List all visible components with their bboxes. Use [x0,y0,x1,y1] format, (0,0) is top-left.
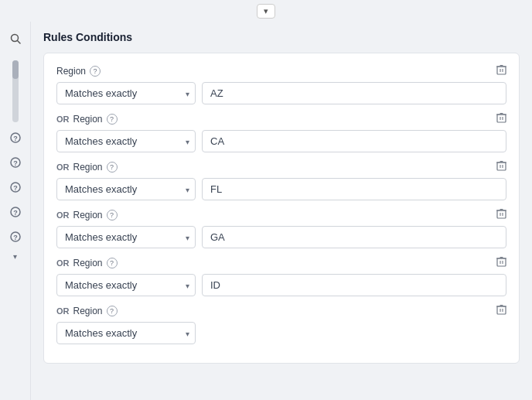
main-content: Rules Conditions Region ? [31,22,532,400]
or-label-4: OR [56,210,70,220]
condition-header-3: OR Region ? [56,160,506,173]
delete-button-2[interactable] [496,112,506,125]
svg-rect-32 [497,258,506,266]
condition-header-1: Region ? [56,64,506,77]
help-icon-1[interactable]: ? [90,66,101,77]
help-icon-2[interactable]: ? [107,114,118,125]
label-group-3: OR Region ? [56,162,118,173]
inputs-1: Matches exactly Contains Starts with End… [56,82,506,104]
value-input-1[interactable] [202,82,506,104]
svg-rect-37 [497,306,506,314]
inputs-5: Matches exactly Contains Starts with End… [56,274,506,296]
condition-row-1: Region ? [56,64,506,104]
delete-button-5[interactable] [496,256,506,269]
match-select-1[interactable]: Matches exactly Contains Starts with End… [56,82,196,104]
partial-select-wrapper-6: Matches exactly Contains Starts with End… [56,322,196,344]
condition-row-6: OR Region ? [56,304,506,344]
region-label-6: Region [73,306,103,316]
label-group-1: Region ? [56,66,101,77]
region-label-5: Region [73,258,103,268]
value-input-4[interactable] [202,226,506,248]
match-select-wrapper-1: Matches exactly Contains Starts with End… [56,82,196,104]
svg-rect-22 [497,162,506,170]
svg-line-1 [17,41,20,44]
match-select-3[interactable]: Matches exactly Contains Starts with End… [56,178,196,200]
match-select-2[interactable]: Matches exactly Contains Starts with End… [56,130,196,152]
svg-text:?: ? [13,135,18,142]
match-select-wrapper-5: Matches exactly Contains Starts with End… [56,274,196,296]
match-select-5[interactable]: Matches exactly Contains Starts with End… [56,274,196,296]
inputs-4: Matches exactly Contains Starts with End… [56,226,506,248]
sidebar-icon-2[interactable]: ? [5,152,26,173]
help-icon-3[interactable]: ? [107,162,118,173]
svg-text:?: ? [13,159,18,167]
condition-row-5: OR Region ? [56,256,506,296]
sidebar-icon-3[interactable]: ? [5,176,26,198]
value-input-5[interactable] [202,274,506,296]
value-input-2[interactable] [202,130,506,152]
help-icon-6[interactable]: ? [107,306,118,316]
or-label-6: OR [56,306,70,316]
value-input-3[interactable] [202,178,506,200]
or-label-2: OR [56,115,70,124]
region-label-4: Region [73,210,103,221]
scroll-track[interactable] [12,60,19,122]
condition-row-4: OR Region ? [56,208,506,248]
delete-button-1[interactable] [496,64,506,77]
condition-row-3: OR Region ? [56,160,506,200]
partial-inputs-6: Matches exactly Contains Starts with End… [56,322,506,344]
delete-button-3[interactable] [496,160,506,173]
help-icon-5[interactable]: ? [107,258,118,268]
rules-container: Region ? [43,53,520,364]
match-select-4[interactable]: Matches exactly Contains Starts with End… [56,226,196,248]
condition-header-4: OR Region ? [56,208,506,221]
condition-row-2: OR Region ? [56,112,506,152]
scroll-thumb[interactable] [12,60,19,79]
sidebar: ? ? ? ? ? ▾ [0,22,31,400]
match-select-wrapper-3: Matches exactly Contains Starts with End… [56,178,196,200]
region-label-3: Region [73,162,103,173]
label-group-5: OR Region ? [56,258,118,268]
condition-header-5: OR Region ? [56,256,506,269]
sidebar-icon-5[interactable]: ? [5,226,26,248]
region-label-2: Region [73,114,103,125]
match-select-wrapper-2: Matches exactly Contains Starts with End… [56,130,196,152]
label-group-6: OR Region ? [56,306,118,316]
help-icon-4[interactable]: ? [107,210,118,221]
section-title: Rules Conditions [43,31,520,43]
delete-button-6[interactable] [496,304,506,317]
delete-button-4[interactable] [496,208,506,221]
search-icon[interactable] [5,28,26,50]
condition-header-6: OR Region ? [56,304,506,317]
svg-rect-27 [497,210,506,218]
scroll-down-arrow[interactable]: ▾ [12,251,19,262]
inputs-2: Matches exactly Contains Starts with End… [56,130,506,152]
condition-header-2: OR Region ? [56,112,506,125]
svg-rect-17 [497,115,506,122]
sidebar-icon-1[interactable]: ? [5,127,26,149]
label-group-2: OR Region ? [56,114,118,125]
svg-text:?: ? [13,234,18,241]
svg-text:?: ? [13,184,18,192]
inputs-3: Matches exactly Contains Starts with End… [56,178,506,200]
svg-rect-12 [497,67,506,74]
partial-match-select-6[interactable]: Matches exactly Contains Starts with End… [56,322,196,344]
sidebar-icon-4[interactable]: ? [5,201,26,223]
or-label-5: OR [56,258,70,268]
region-label-1: Region [56,66,86,77]
svg-text:?: ? [13,209,18,217]
or-label-3: OR [56,162,70,172]
chevron-down-button[interactable]: ▾ [257,4,275,19]
match-select-wrapper-4: Matches exactly Contains Starts with End… [56,226,196,248]
label-group-4: OR Region ? [56,210,118,221]
